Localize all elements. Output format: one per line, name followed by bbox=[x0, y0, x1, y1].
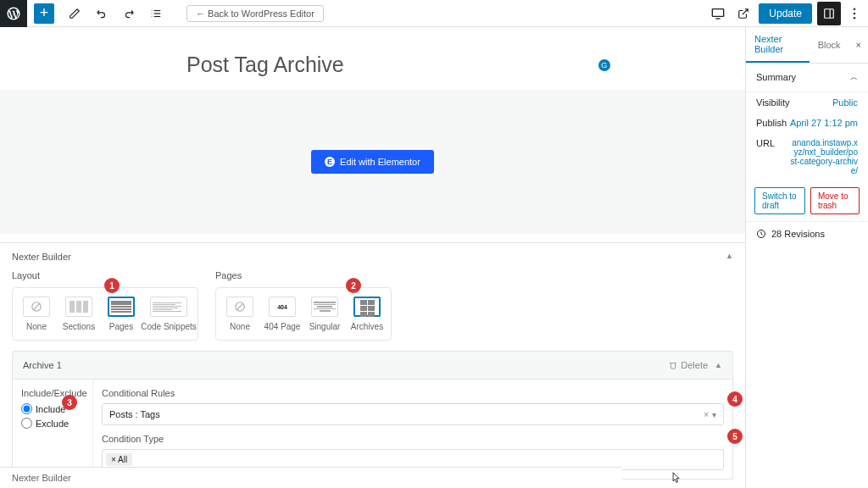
cursor-icon bbox=[671, 472, 682, 484]
close-icon[interactable]: × bbox=[849, 40, 868, 50]
svg-point-10 bbox=[854, 8, 856, 10]
settings-toggle-button[interactable] bbox=[817, 2, 841, 25]
summary-header[interactable]: Summary ︿ bbox=[746, 64, 868, 92]
pages-singular[interactable]: Singular bbox=[308, 297, 342, 331]
layout-options: 1 None Sections Pages bbox=[12, 287, 198, 341]
tab-block[interactable]: Block bbox=[810, 33, 849, 57]
post-title[interactable]: Post Tag Archive bbox=[186, 53, 344, 77]
include-exclude-col: 3 Include/Exclude Include Exclude bbox=[13, 380, 93, 479]
layout-label: Layout bbox=[12, 270, 198, 280]
layout-none[interactable]: None bbox=[19, 297, 53, 331]
pages-archives[interactable]: Archives bbox=[350, 297, 384, 331]
cond-type-label: Condition Type bbox=[102, 434, 724, 444]
svg-rect-8 bbox=[825, 8, 834, 18]
revisions-row[interactable]: 28 Revisions bbox=[746, 221, 868, 246]
delete-button[interactable]: Delete bbox=[669, 360, 708, 370]
collapse-icon[interactable]: ▲ bbox=[726, 252, 733, 262]
publish-value[interactable]: April 27 1:12 pm bbox=[790, 118, 858, 128]
cond-type-chip[interactable]: × All bbox=[106, 453, 132, 466]
switch-draft-button[interactable]: Switch to draft bbox=[754, 187, 805, 214]
edit-icon[interactable] bbox=[64, 3, 85, 24]
move-trash-button[interactable]: Move to trash bbox=[810, 187, 860, 214]
exclude-radio[interactable]: Exclude bbox=[21, 418, 84, 429]
svg-rect-6 bbox=[713, 8, 724, 16]
url-value[interactable]: ananda.instawp.xyz/nxt_builder/post-cate… bbox=[790, 138, 858, 175]
pages-none[interactable]: None bbox=[223, 297, 257, 331]
chevron-down-icon[interactable]: ▾ bbox=[712, 410, 716, 419]
badge-2: 2 bbox=[346, 278, 361, 293]
breadcrumb: Nexter Builder bbox=[0, 467, 622, 488]
elementor-icon: E bbox=[325, 157, 335, 167]
publish-row: Publish April 27 1:12 pm bbox=[746, 113, 868, 133]
badge-5: 5 bbox=[727, 429, 743, 444]
archive-header: Archive 1 Delete ▲ bbox=[12, 351, 733, 380]
redo-icon[interactable] bbox=[119, 3, 139, 24]
conditions-col: 4 5 Conditional Rules Posts : Tags ×▾ Co… bbox=[93, 380, 732, 479]
pages-label: Pages bbox=[215, 270, 392, 280]
include-radio-input[interactable] bbox=[21, 403, 32, 414]
wordpress-logo[interactable] bbox=[0, 0, 27, 27]
settings-sidebar: Nexter Builder Block × Summary ︿ Visibil… bbox=[745, 27, 868, 488]
edit-elementor-label: Edit with Elementor bbox=[340, 157, 420, 167]
badge-1: 1 bbox=[104, 278, 120, 293]
svg-line-14 bbox=[33, 303, 40, 310]
nexter-builder-panel: Nexter Builder ▲ Layout 1 None bbox=[0, 242, 745, 488]
archive-collapse-icon[interactable]: ▲ bbox=[715, 361, 722, 369]
edit-elementor-button[interactable]: E Edit with Elementor bbox=[311, 150, 434, 174]
cond-rules-label: Conditional Rules bbox=[102, 388, 724, 398]
svg-point-11 bbox=[854, 12, 856, 14]
archive-title: Archive 1 bbox=[23, 360, 62, 370]
cond-rules-select[interactable]: Posts : Tags ×▾ bbox=[102, 403, 724, 425]
tab-nexter-builder[interactable]: Nexter Builder bbox=[746, 27, 810, 63]
exclude-radio-input[interactable] bbox=[21, 418, 32, 429]
badge-4: 4 bbox=[727, 391, 743, 407]
update-button[interactable]: Update bbox=[759, 3, 812, 24]
back-to-wp-button[interactable]: ← Back to WordPress Editor bbox=[186, 5, 324, 22]
layout-sections[interactable]: Sections bbox=[62, 297, 96, 331]
grammarly-icon[interactable]: G bbox=[598, 59, 610, 71]
pages-404[interactable]: 404 404 Page bbox=[265, 297, 299, 331]
external-link-icon[interactable] bbox=[733, 3, 754, 24]
layout-pages[interactable]: Pages bbox=[104, 297, 138, 331]
clear-icon[interactable]: × bbox=[704, 410, 709, 419]
svg-line-16 bbox=[236, 303, 243, 310]
outline-icon[interactable] bbox=[146, 3, 166, 24]
elementor-block: E Edit with Elementor bbox=[0, 90, 745, 234]
undo-icon[interactable] bbox=[92, 3, 112, 24]
badge-3: 3 bbox=[62, 395, 77, 410]
chevron-up-icon: ︿ bbox=[850, 72, 858, 83]
pages-options: 2 None 404 404 Page Singula bbox=[215, 287, 392, 341]
svg-point-12 bbox=[854, 16, 856, 19]
nexter-panel-title: Nexter Builder bbox=[12, 252, 71, 262]
add-block-button[interactable]: + bbox=[34, 3, 54, 24]
layout-code-snippets[interactable]: Code Snippets bbox=[147, 297, 191, 331]
desktop-view-icon[interactable] bbox=[708, 3, 728, 24]
url-row: URL ananda.instawp.xyz/nxt_builder/post-… bbox=[746, 133, 868, 180]
more-options-icon[interactable] bbox=[846, 2, 863, 25]
visibility-value[interactable]: Public bbox=[832, 97, 858, 108]
visibility-row: Visibility Public bbox=[746, 92, 868, 113]
archive-body: 3 Include/Exclude Include Exclude 4 bbox=[12, 380, 733, 480]
